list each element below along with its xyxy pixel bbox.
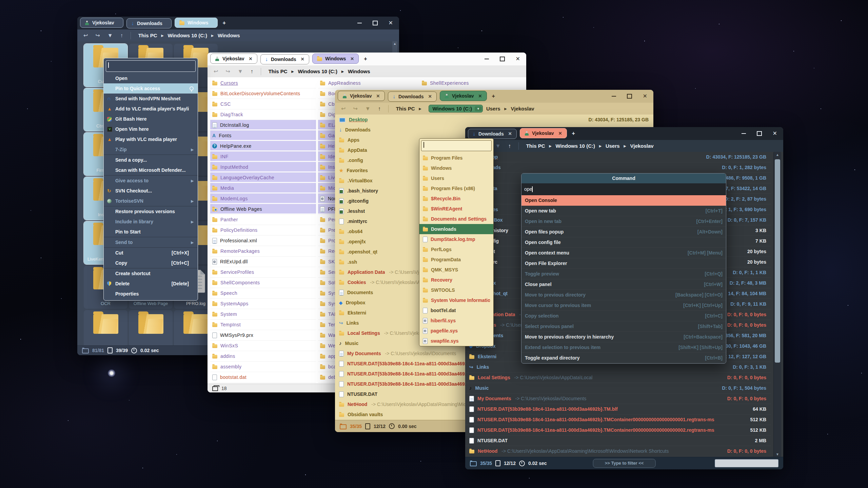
file-row[interactable]: My Documents -> C:\Users\Vjekoslav\Docum… (465, 393, 771, 404)
context-menu-item[interactable]: Open Vim here (104, 124, 198, 134)
scroll-up-icon[interactable]: ▲ (774, 153, 781, 157)
dropdown-item[interactable]: bootTel.dat (419, 305, 493, 316)
context-menu-item[interactable]: Properties (104, 289, 198, 299)
breadcrumb-segment[interactable]: Users (606, 143, 620, 149)
file-row[interactable]: AppReadiness (318, 78, 424, 88)
context-menu-item[interactable]: Scan with Microsoft Defender... (104, 165, 198, 176)
context-menu-item[interactable]: Cut [Ctrl+X] (104, 248, 198, 258)
file-row[interactable]: WMSysPr9.prx (210, 330, 316, 341)
palette-input[interactable]: ope (521, 183, 726, 195)
palette-item[interactable]: Open files popup [Alt+Down] (521, 227, 726, 237)
breadcrumb-segment[interactable]: Windows 10 (C:) (555, 143, 595, 149)
file-row[interactable]: CSC (210, 99, 316, 109)
minimize-button[interactable] (612, 96, 616, 97)
file-tile[interactable]: PolicyDefinitions (84, 310, 127, 346)
palette-item[interactable]: Extend selection to previous item [Shift… (521, 342, 726, 353)
breadcrumb-drive-open[interactable]: Windows 10 (C:) ▼ (429, 105, 482, 113)
context-menu-item[interactable]: Send a copy... (104, 155, 198, 165)
file-row[interactable]: INF (210, 151, 316, 162)
tab-close-icon[interactable]: ✕ (376, 94, 380, 99)
palette-item[interactable]: Open context menu [Ctrl+M] [Menu] (521, 248, 726, 258)
maximize-button[interactable] (627, 94, 632, 99)
file-row[interactable]: Media (210, 183, 316, 194)
palette-item[interactable]: Toggle expand directory [Ctrl+B] (521, 353, 726, 363)
file-row[interactable]: NTUSER.DAT 2 MB (465, 435, 771, 446)
new-tab-button[interactable]: + (572, 130, 575, 137)
back-icon[interactable]: ↩ (83, 32, 88, 39)
history-dropdown-icon[interactable]: ▼ (495, 143, 501, 149)
dropdown-item[interactable]: ProgramData (419, 255, 493, 265)
file-row[interactable]: Desktop D: 43034, F: 125185, 23 GB (465, 152, 771, 162)
history-dropdown-icon[interactable]: ▼ (238, 68, 243, 75)
file-row[interactable]: Fonts (210, 130, 316, 141)
maximize-button[interactable] (757, 131, 762, 136)
up-icon[interactable]: ↑ (251, 68, 253, 75)
tab-close-icon[interactable]: ✕ (350, 56, 354, 61)
context-menu-item[interactable]: Add to VLC media player's Playlist (104, 104, 198, 114)
file-row[interactable]: ShellComponents (210, 278, 316, 288)
maximize-button[interactable] (373, 21, 378, 25)
file-row[interactable]: Downloads D: 0, F: 1, 282 bytes (465, 162, 771, 173)
dropdown-item[interactable]: $Recycle.Bin (419, 194, 493, 204)
file-row[interactable]: System (210, 309, 316, 320)
palette-item[interactable]: Close panel [Ctrl+W] (521, 279, 726, 290)
tab[interactable]: Windows (175, 18, 217, 28)
close-button[interactable]: ✕ (773, 131, 777, 136)
context-menu-item[interactable]: 7-Zip ▶ (104, 144, 198, 155)
context-menu-item[interactable]: Create shortcut (104, 268, 198, 279)
dropdown-item[interactable]: Recovery (419, 275, 493, 285)
tab-close-icon[interactable]: ✕ (478, 94, 482, 99)
scroll-down-icon[interactable]: ▼ (774, 452, 781, 456)
close-button[interactable]: ✕ (389, 20, 393, 26)
breadcrumb-segment[interactable]: Vjekoslav (630, 143, 654, 149)
up-icon[interactable]: ↑ (508, 143, 511, 149)
context-menu-item[interactable]: Restore previous versions (104, 206, 198, 217)
dropdown-item[interactable]: hiberfil.sys (419, 316, 493, 326)
scrollbar[interactable]: ▲ ▼ (773, 152, 781, 457)
breadcrumb-segment[interactable]: Vjekoslav (511, 106, 534, 111)
palette-item[interactable]: Select previous panel [Shift+Tab] (521, 321, 726, 332)
dropdown-item[interactable]: Documents and Settings (419, 214, 493, 224)
minimize-button[interactable] (742, 133, 746, 134)
file-row[interactable]: ShellExperiences (420, 78, 526, 88)
tab[interactable]: Downloads ✕ (388, 92, 437, 102)
file-row[interactable]: BitLockerDiscoveryVolumeContents (210, 88, 316, 99)
back-icon[interactable]: ↩ (214, 68, 218, 75)
context-menu-item[interactable]: Pin to Start (104, 227, 198, 237)
up-icon[interactable]: ↑ (378, 106, 381, 112)
tab[interactable]: Downloads ✕ (468, 129, 517, 139)
file-row[interactable]: Cursors (210, 78, 316, 88)
dropdown-item[interactable]: Windows (419, 163, 493, 173)
context-menu-item[interactable]: Open (104, 73, 198, 83)
file-row[interactable]: addins (210, 351, 316, 362)
dropdown-item[interactable]: $WinREAgent (419, 204, 493, 214)
tab[interactable]: Vjekoslav (80, 18, 123, 28)
tab-close-icon[interactable]: ✕ (558, 131, 562, 136)
dropdown-item[interactable]: swapfile.sys (419, 336, 493, 346)
breadcrumb-segment[interactable]: Windows 10 (C:) (298, 68, 337, 74)
history-dropdown-icon[interactable]: ▼ (365, 106, 371, 112)
context-menu-item[interactable]: SVN Checkout... (104, 186, 198, 196)
file-row[interactable]: PolicyDefinitions (210, 225, 316, 236)
context-menu-item[interactable]: Include in library ▶ (104, 217, 198, 227)
breadcrumb-segment[interactable]: Windows 10 (C:) (167, 33, 207, 38)
file-row[interactable]: Local Settings -> C:\Users\Vjekoslav\App… (465, 372, 771, 383)
file-row[interactable]: WinSxS (210, 341, 316, 351)
dropdown-item[interactable]: Program Files (419, 153, 493, 163)
context-menu-item[interactable]: Git Bash Here (104, 114, 198, 124)
palette-item[interactable]: Open new tab [Ctrl+T] (521, 206, 726, 216)
close-button[interactable]: ✕ (643, 94, 647, 99)
forward-icon[interactable]: ↪ (225, 68, 230, 75)
file-row[interactable]: InputMethod (210, 162, 316, 172)
new-tab-button[interactable]: + (492, 93, 495, 99)
context-menu-item[interactable]: Give access to ▶ (104, 176, 198, 186)
palette-item[interactable]: Toggle preview [Ctrl+Q] (521, 269, 726, 279)
tab-bar[interactable]: Vjekoslav ✕ Downloads ✕ Windows ✕ (208, 53, 526, 66)
forward-icon[interactable]: ↪ (353, 105, 357, 112)
tab-bar[interactable]: Vjekoslav ✕ Downloads ✕ Vjekoslav ✕ (335, 90, 653, 103)
palette-item[interactable]: Move to previous directory [Backspace] [… (521, 290, 726, 300)
file-row[interactable]: NTUSER.DAT{53b39e88-18c4-11ea-a811-000d3… (465, 414, 771, 425)
file-row[interactable]: bootstat.dat (210, 372, 316, 383)
dropdown-filter-input[interactable] (421, 140, 492, 151)
context-menu-filter-input[interactable] (106, 60, 196, 72)
